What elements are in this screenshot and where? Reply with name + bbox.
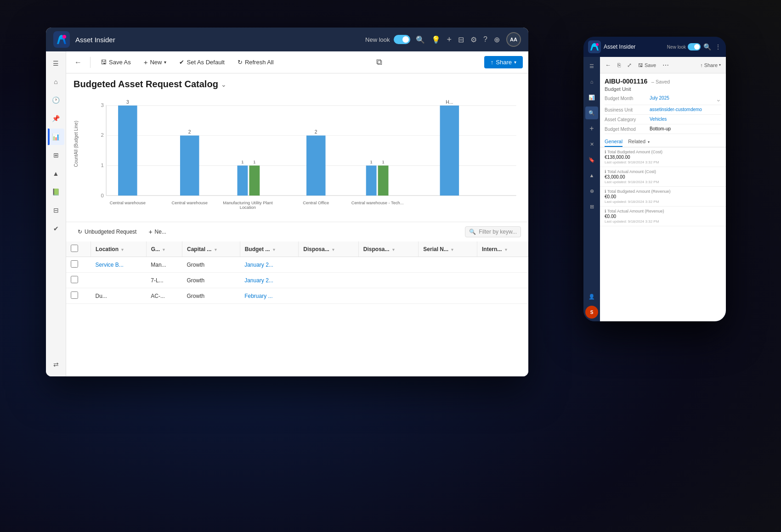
- row-1-budget[interactable]: January 2...: [240, 257, 299, 273]
- table-row: Du... AC-... Growth February ...: [66, 288, 528, 304]
- mobile-detail-budgeted-cost-value: €138,000.00: [605, 155, 721, 160]
- layout-icon[interactable]: ⧉: [376, 57, 382, 67]
- col-header-checkbox: [66, 241, 91, 257]
- mobile-sidebar-home[interactable]: ⌂: [585, 75, 598, 88]
- mobile-more-icon[interactable]: ⋮: [715, 43, 721, 50]
- row-1-checkbox[interactable]: [71, 260, 78, 268]
- mobile-sidebar-bookmark[interactable]: 🔖: [585, 153, 598, 166]
- col-header-disposa2[interactable]: Disposa... ▾: [358, 241, 419, 257]
- col-header-budget[interactable]: Budget ... ▾: [240, 241, 299, 257]
- svg-text:2: 2: [315, 129, 317, 134]
- sidebar-table-icon[interactable]: ⊟: [48, 202, 64, 218]
- col-header-serial[interactable]: Serial N... ▾: [419, 241, 477, 257]
- sidebar-grid-icon[interactable]: ⊞: [48, 147, 64, 163]
- row-checkbox-cell-2[interactable]: [66, 273, 91, 288]
- col-header-intern[interactable]: Intern... ▾: [477, 241, 528, 257]
- add-icon[interactable]: +: [447, 35, 452, 45]
- svg-rect-16: [180, 135, 199, 196]
- mobile-field-budget-month-value[interactable]: July 2025: [650, 95, 669, 101]
- mobile-copy-button[interactable]: ⎘: [615, 61, 623, 70]
- mobile-window: Asset Insider New look 🔍 ⋮ ☰ ⌂ 📊 🔍 + ✕ 🔖…: [583, 37, 726, 321]
- user-avatar[interactable]: AA: [506, 32, 521, 47]
- row-1-capital: Growth: [182, 257, 240, 273]
- svg-text:3: 3: [101, 102, 104, 108]
- info-icon-3: ℹ: [605, 189, 606, 194]
- mobile-record-id-row: AIBU-0001116 – Saved: [605, 77, 721, 85]
- sidebar-book-icon[interactable]: 📗: [48, 184, 64, 200]
- mobile-save-button[interactable]: 🖫 Save: [636, 61, 658, 69]
- mobile-sidebar-menu[interactable]: ☰: [585, 60, 598, 73]
- row-3-checkbox[interactable]: [71, 291, 78, 299]
- sidebar-triangle-icon[interactable]: ▲: [48, 165, 64, 182]
- mobile-sidebar-s[interactable]: S: [585, 306, 598, 319]
- share-button[interactable]: ↑ Share ▾: [484, 56, 523, 68]
- filter-input-area[interactable]: 🔍 Filter by keyw...: [465, 226, 521, 237]
- check-icon: ✔: [179, 59, 184, 66]
- row-1-d2: [358, 257, 419, 273]
- table-row: 7-L... Growth January 2...: [66, 273, 528, 288]
- save-as-icon: 🖫: [101, 59, 107, 66]
- row-2-checkbox[interactable]: [71, 276, 78, 283]
- row-1-location[interactable]: Service B...: [91, 257, 147, 273]
- mobile-tab-related[interactable]: Related ▾: [628, 137, 650, 147]
- mobile-sidebar-x[interactable]: ✕: [585, 138, 598, 151]
- mobile-new-look-toggle[interactable]: [688, 43, 701, 50]
- mobile-sidebar-plus[interactable]: +: [585, 122, 598, 135]
- language-icon[interactable]: ⊕: [494, 35, 500, 44]
- sidebar-recent-icon[interactable]: 🕐: [48, 92, 64, 108]
- refresh-button[interactable]: ↻ Refresh All: [233, 56, 278, 68]
- settings-icon[interactable]: ⚙: [470, 35, 477, 44]
- new-look-toggle[interactable]: [394, 35, 410, 44]
- back-button[interactable]: ←: [72, 56, 85, 68]
- sidebar-home-icon[interactable]: ⌂: [48, 73, 64, 90]
- mobile-detail-budgeted-cost-label: ℹ Total Budgeted Amount (Cost): [605, 150, 721, 154]
- row-2-serial: [419, 273, 477, 288]
- save-as-button[interactable]: 🖫 Save As: [96, 56, 136, 68]
- sidebar-chart-icon[interactable]: 📊: [48, 129, 64, 145]
- col-header-disposa1[interactable]: Disposa... ▾: [299, 241, 359, 257]
- help-icon[interactable]: ?: [483, 35, 487, 44]
- mobile-sidebar-search[interactable]: 🔍: [585, 106, 598, 119]
- mobile-share-button[interactable]: ↑ Share ▾: [698, 61, 723, 69]
- filter-icon[interactable]: ⊟: [458, 35, 464, 44]
- mobile-sidebar-user[interactable]: 👤: [585, 290, 598, 303]
- new-button[interactable]: + New ▾: [139, 56, 171, 68]
- refresh-small-icon: ↻: [78, 229, 82, 235]
- select-all-checkbox[interactable]: [71, 245, 78, 252]
- table-new-button[interactable]: + Ne...: [144, 226, 170, 238]
- sort-icon-capital: ▾: [215, 247, 217, 252]
- unbudgeted-request-button[interactable]: ↻ Unbudgeted Request: [74, 226, 141, 237]
- row-1-d1: [299, 257, 359, 273]
- sidebar-check-icon[interactable]: ✔: [48, 220, 64, 237]
- col-header-location[interactable]: Location ▾: [91, 241, 147, 257]
- row-2-budget[interactable]: January 2...: [240, 273, 299, 288]
- mobile-sidebar-grid[interactable]: ⊞: [585, 200, 598, 213]
- mobile-field-asset-category-value[interactable]: Vehicles: [650, 117, 667, 122]
- svg-text:1: 1: [382, 160, 384, 164]
- row-checkbox-cell-3[interactable]: [66, 288, 91, 304]
- row-1-intern: [477, 257, 528, 273]
- idea-icon[interactable]: 💡: [431, 35, 441, 44]
- mobile-sidebar-globe[interactable]: ⊕: [585, 185, 598, 197]
- page-title-bar: Budgeted Asset Request Catalog ⌄: [66, 73, 528, 93]
- mobile-sidebar-chart[interactable]: 📊: [585, 91, 598, 104]
- col-header-capital[interactable]: Capital ... ▾: [182, 241, 240, 257]
- chart-svg: 0 1 2 3 3 Central warehouse 2 Central wa: [92, 93, 521, 222]
- sidebar-menu-icon[interactable]: ☰: [48, 55, 64, 72]
- search-icon[interactable]: 🔍: [416, 35, 425, 44]
- row-3-budget[interactable]: February ...: [240, 288, 299, 304]
- page-title-chevron-icon[interactable]: ⌄: [221, 81, 226, 88]
- mobile-field-business-unit-value[interactable]: assetinsider-customdemo: [650, 107, 702, 112]
- mobile-sidebar-triangle[interactable]: ▲: [585, 169, 598, 182]
- mobile-expand-button[interactable]: ⤢: [625, 61, 634, 70]
- row-checkbox-cell[interactable]: [66, 257, 91, 273]
- mobile-back-button[interactable]: ←: [603, 57, 613, 73]
- mobile-field-expand-icon[interactable]: ⌄: [716, 95, 721, 103]
- mobile-more-options-button[interactable]: ⋯: [660, 60, 671, 70]
- sidebar-shuffle-icon[interactable]: ⇄: [48, 356, 64, 373]
- mobile-search-icon[interactable]: 🔍: [703, 43, 711, 50]
- col-header-g[interactable]: G... ▾: [146, 241, 182, 257]
- sidebar-pin-icon[interactable]: 📌: [48, 110, 64, 127]
- mobile-tab-general[interactable]: General: [605, 137, 623, 147]
- set-default-button[interactable]: ✔ Set As Default: [175, 56, 229, 68]
